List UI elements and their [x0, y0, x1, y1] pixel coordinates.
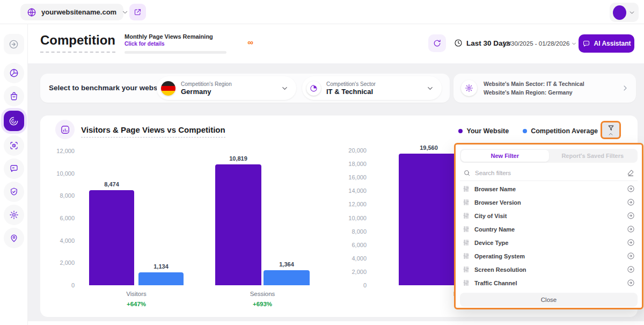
filter-item-country-name[interactable]: Country Name — [460, 222, 638, 236]
legend-label: Competition Average — [531, 127, 598, 135]
arrow-right-circled-icon[interactable] — [627, 185, 635, 193]
benchmark-label: Select to benchmark your website: — [49, 84, 169, 92]
right-axis-tick: 16,000 — [336, 174, 367, 180]
filter-toggle-button[interactable] — [601, 121, 621, 139]
globe-icon — [27, 8, 36, 17]
right-axis-tick: 4,000 — [336, 255, 367, 262]
ai-assistant-button[interactable]: AI Assistant — [579, 34, 634, 53]
sidebar-item-feedback[interactable] — [4, 158, 24, 179]
bar-your-website-visitors — [89, 190, 134, 285]
quota-progress-bar — [125, 51, 226, 54]
arrow-right-circled-icon[interactable] — [627, 212, 635, 220]
sliders-icon — [463, 279, 470, 286]
left-axis-tick: 4,000 — [45, 237, 75, 244]
arrow-right-circled-icon[interactable] — [627, 265, 635, 273]
right-axis-tick: 0 — [336, 282, 367, 288]
website-main-info[interactable]: Website's Main Sector: IT & Technical We… — [453, 74, 636, 103]
bar-chart-icon — [55, 120, 75, 139]
filter-item-label: Browser Name — [474, 186, 622, 192]
filter-item-label: Country Name — [474, 226, 622, 233]
chat-icon — [582, 40, 590, 48]
tab-new-filter[interactable]: New Filter — [461, 150, 549, 162]
bar-value-competition-average-visitors: 1,134 — [128, 263, 194, 270]
category-label: Sessions — [230, 291, 295, 297]
sidebar-item-snapshots[interactable] — [4, 135, 24, 156]
website-name: yourwebsitename.com — [41, 8, 116, 16]
filter-item-device-type[interactable]: Device Type — [460, 236, 638, 249]
gear-icon — [461, 80, 477, 96]
date-range-value: 12/30/2025 - 01/28/2026 — [502, 40, 569, 47]
clock-icon — [454, 39, 463, 47]
sidebar-item-location[interactable] — [4, 228, 24, 248]
sidebar-item-overview[interactable] — [4, 63, 24, 83]
sidebar-item-competition[interactable] — [4, 111, 24, 131]
arrow-right-circle-icon — [9, 39, 19, 49]
region-dropdown-label: Competition's Region — [181, 81, 232, 87]
left-axis-tick: 10,000 — [45, 170, 75, 177]
arrow-right-circled-icon[interactable] — [627, 239, 635, 247]
arrow-right-circled-icon[interactable] — [627, 225, 635, 233]
region-dropdown-value: Germany — [181, 88, 232, 96]
arrow-right-circled-icon[interactable] — [627, 198, 635, 206]
account-menu[interactable] — [610, 3, 639, 22]
filter-item-label: Operating System — [474, 253, 622, 259]
filter-item-label: Device Type — [474, 240, 622, 246]
eraser-icon[interactable] — [627, 169, 634, 177]
germany-flag-icon — [161, 81, 175, 96]
sidebar-item-collapse[interactable] — [4, 34, 24, 54]
arrow-right-circled-icon[interactable] — [627, 252, 635, 260]
filter-item-screen-resolution[interactable]: Screen Resolution — [460, 263, 638, 276]
radar-icon — [9, 116, 19, 126]
chart-title: Visitors & Page Views vs Competition — [81, 125, 225, 138]
bar-value-your-website-sessions: 10,819 — [204, 155, 272, 162]
date-range-selector[interactable]: 12/30/2025 - 01/28/2026 — [502, 40, 577, 47]
sidebar-item-settings[interactable] — [4, 205, 24, 225]
filter-panel: New Filter Report's Saved Filters Browse… — [454, 143, 643, 309]
website-main-region: Website's Main Region: Germany — [484, 88, 614, 97]
shop-bag-icon — [9, 91, 19, 101]
legend-dot — [458, 129, 463, 133]
tab-saved-filters[interactable]: Report's Saved Filters — [549, 150, 637, 162]
filter-item-browser-name[interactable]: Browser Name — [460, 182, 638, 196]
ai-assistant-label: AI Assistant — [594, 40, 631, 47]
right-axis-tick: 18,000 — [336, 161, 367, 167]
bar-competition-average-sessions — [264, 270, 310, 285]
benchmark-bar: Select to benchmark your website: Compet… — [40, 74, 450, 103]
legend-your-website[interactable]: Your Website — [458, 127, 509, 135]
left-axis-tick: 8,000 — [45, 192, 75, 199]
sidebar-item-privacy[interactable] — [4, 182, 24, 202]
chart-legend: Your WebsiteCompetition Average — [458, 127, 598, 135]
gear-icon — [9, 210, 19, 220]
region-dropdown[interactable]: Competition's Region Germany — [157, 76, 296, 100]
filter-item-label: Traffic Channel — [474, 280, 622, 286]
close-button[interactable]: Close — [460, 293, 638, 307]
page-header: Competition Monthly Page Views Remaining… — [28, 24, 644, 63]
filter-tabs: New Filter Report's Saved Filters — [460, 149, 638, 163]
sliders-icon — [463, 226, 470, 233]
arrow-right-circled-icon[interactable] — [627, 279, 635, 287]
website-selector[interactable]: yourwebsitename.com — [20, 4, 123, 20]
legend-competition-average[interactable]: Competition Average — [523, 127, 598, 135]
filter-item-operating-system[interactable]: Operating System — [460, 249, 638, 263]
refresh-button[interactable] — [428, 34, 446, 52]
filter-search-input[interactable] — [475, 170, 623, 176]
open-website-button[interactable] — [129, 4, 146, 20]
sector-dropdown-label: Competition's Sector — [326, 81, 376, 87]
left-axis-tick: 0 — [45, 282, 75, 288]
category-label: Visitors — [104, 291, 169, 297]
filter-item-traffic-channel[interactable]: Traffic Channel — [460, 276, 638, 290]
filter-item-city-of-visit[interactable]: City of Visit — [460, 209, 638, 222]
sector-dropdown[interactable]: Competition's Sector IT & Technical — [302, 76, 442, 100]
category-growth: +693% — [230, 301, 295, 307]
filter-item-browser-version[interactable]: Browser Version — [460, 196, 638, 209]
right-axis-tick: 8,000 — [336, 228, 367, 235]
sidebar-item-ecommerce[interactable] — [4, 86, 24, 106]
chevron-down-icon — [571, 41, 577, 47]
filter-item-label: Screen Resolution — [474, 266, 622, 273]
chat-bubble-icon — [9, 164, 19, 174]
chevron-down-icon — [628, 9, 635, 16]
quota-details-link[interactable]: Click for details — [125, 41, 253, 47]
sector-dropdown-value: IT & Technical — [326, 88, 376, 96]
sidebar — [0, 24, 28, 325]
page-title: Competition — [40, 33, 115, 53]
